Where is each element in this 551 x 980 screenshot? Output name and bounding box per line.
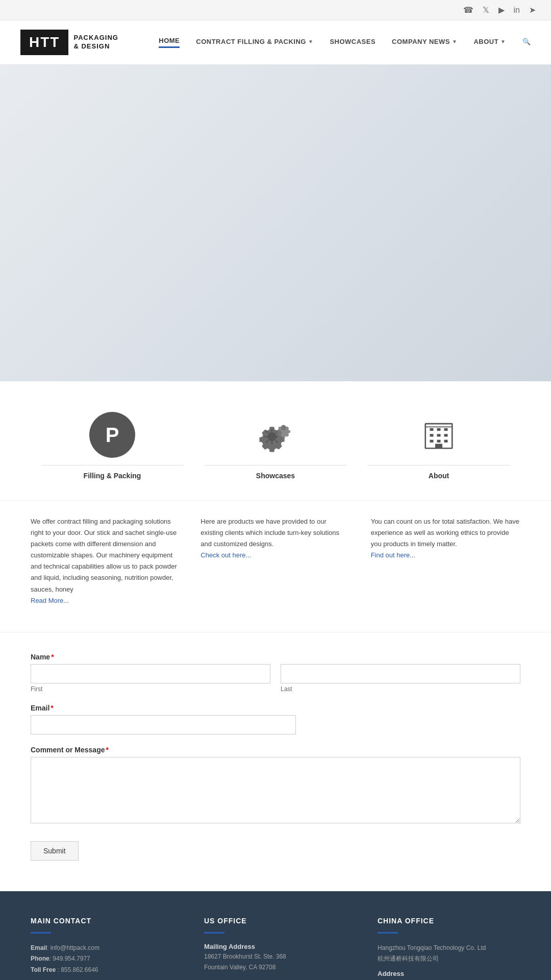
main-nav: HOME CONTRACT FILLING & PACKING ▼ SHOWCA… [159,37,531,48]
mailing-address-line1: 18627 Brookhurst St. Ste. 368 [204,951,347,963]
logo-text: PACKAGING & DESIGN [73,34,118,51]
svg-rect-3 [430,428,434,431]
phone-icon[interactable]: ☎ [463,5,473,15]
name-label: Name* [31,653,520,661]
read-more-link[interactable]: Read More... [31,597,69,604]
message-field-group: Comment or Message* [31,746,520,825]
svg-rect-8 [444,434,448,436]
chevron-down-icon: ▼ [308,39,313,44]
svg-rect-10 [437,440,441,443]
first-name-input[interactable] [31,664,270,683]
youtube-icon[interactable]: ▶ [498,5,505,15]
svg-rect-4 [437,428,441,431]
name-field-group: Name* First Last [31,653,520,693]
nav-showcases[interactable]: SHOWCASES [330,38,375,47]
footer-us-office: US OFFICE Mailing Address 18627 Brookhur… [204,917,347,980]
china-address-title: Address [378,970,520,977]
footer-china-title: CHINA OFFICE [378,917,520,925]
twitter-icon[interactable]: 𝕏 [483,5,489,15]
footer-us-title: US OFFICE [204,917,347,925]
content-col-3: You can count on us for total satisfacti… [371,516,520,606]
footer-phone: Phone: 949.954.7977 [31,953,173,965]
svg-rect-5 [444,428,448,431]
footer-toll-free: Toll Free : 855.862.6646 [31,965,173,976]
send-icon[interactable]: ➤ [529,5,536,15]
last-label: Last [281,685,520,693]
china-company-cn: 杭州通桥科技有限公司 [378,953,520,965]
content-text-3: You can count on us for total satisfacti… [371,516,520,550]
feature-about: About [357,412,520,480]
features-section: P Filling & Packing Showcases [0,381,551,501]
footer-main-contact: MAIN CONTACT Email: info@httpack.com Pho… [31,917,173,980]
nav-company-news[interactable]: COMPANY NEWS ▼ [392,38,457,47]
svg-rect-9 [430,440,434,443]
last-name-field: Last [281,664,520,693]
email-field-group: Email* [31,704,520,734]
footer: MAIN CONTACT Email: info@httpack.com Pho… [0,891,551,980]
feature-filling: P Filling & Packing [31,412,194,480]
email-required: * [51,704,53,712]
message-label: Comment or Message* [31,746,520,754]
showcases-icon [253,412,298,458]
feature-filling-label: Filling & Packing [41,465,184,480]
content-text-1: We offer contract filling and packaging … [31,516,180,595]
footer-china-office: CHINA OFFICE Hangzhou Tongqiao Technolog… [378,917,520,980]
name-row: First Last [31,664,520,693]
linkedin-icon[interactable]: in [514,6,520,15]
email-label: Email* [31,704,520,712]
svg-rect-6 [430,434,434,436]
footer-divider [31,932,51,934]
message-textarea[interactable] [31,757,520,823]
submit-button[interactable]: Submit [31,841,79,861]
name-required: * [51,653,54,661]
svg-rect-11 [444,440,448,443]
email-link[interactable]: info@httpack.com [51,944,99,951]
first-label: First [31,685,270,693]
footer-divider-us [204,932,224,934]
nav-contract[interactable]: CONTRACT FILLING & PACKING ▼ [196,38,313,47]
feature-about-label: About [367,465,510,480]
search-icon[interactable]: 🔍 [522,38,531,47]
china-company-name: Hangzhou Tongqiao Technology Co. Ltd [378,943,520,954]
nav-about[interactable]: ABOUT ▼ [473,38,506,47]
mailing-address-title: Mailing Address [204,943,347,950]
mailing-address-line2: Fountain Valley, CA 92708 [204,962,347,973]
logo[interactable]: HTT PACKAGING & DESIGN [20,30,118,55]
chevron-down-icon: ▼ [452,39,457,44]
logo-htt: HTT [20,30,68,55]
about-icon [416,412,462,458]
svg-rect-7 [437,434,441,436]
content-text-2: Here are products we have provided to ou… [201,516,350,550]
content-col-2: Here are products we have provided to ou… [201,516,350,606]
feature-showcases: Showcases [194,412,357,480]
header: HTT PACKAGING & DESIGN HOME CONTRACT FIL… [0,20,551,65]
top-bar: ☎ 𝕏 ▶ in ➤ [0,0,551,20]
filling-icon: P [89,412,135,458]
chevron-down-icon: ▼ [500,39,506,44]
footer-email: Email: info@httpack.com [31,943,173,954]
check-out-link[interactable]: Check out here... [201,551,251,559]
first-name-field: First [31,664,270,693]
hero-section [0,65,551,381]
feature-showcases-label: Showcases [204,465,347,480]
email-input[interactable] [31,715,296,734]
content-section: We offer contract filling and packaging … [0,501,551,632]
last-name-input[interactable] [281,664,520,683]
footer-main-contact-title: MAIN CONTACT [31,917,173,925]
message-required: * [106,746,108,754]
contact-form-section: Name* First Last Email* Comment or Messa… [0,632,551,891]
find-out-link[interactable]: Find out here... [371,551,415,559]
nav-home[interactable]: HOME [159,37,180,48]
svg-rect-12 [435,444,442,449]
content-col-1: We offer contract filling and packaging … [31,516,180,606]
footer-divider-china [378,932,398,934]
